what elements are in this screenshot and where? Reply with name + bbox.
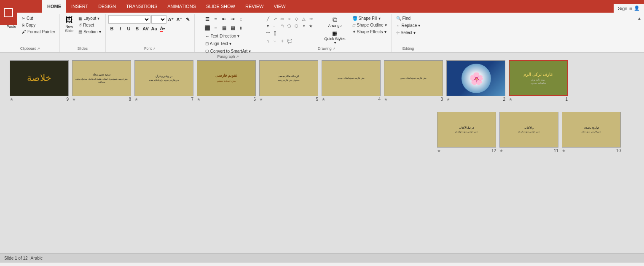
slide-thumb-1[interactable]: عارف ترکی الرم بیت نامه بزم شاهنامه محتو… xyxy=(509,60,568,102)
font-size-select[interactable] xyxy=(151,15,166,24)
shape-tri[interactable]: △ xyxy=(301,15,307,22)
tab-transitions[interactable]: TRANSITIONS xyxy=(121,0,162,13)
slide-thumb-2[interactable]: 🌸 ★ 2 xyxy=(446,60,505,102)
shape-wavy[interactable]: 〜 xyxy=(265,30,271,36)
font-name-select[interactable] xyxy=(108,15,150,24)
clear-format-button[interactable]: ✎ xyxy=(184,16,192,23)
shape-rect[interactable]: ▭ xyxy=(279,15,286,22)
cut-button[interactable]: ✂ Cut xyxy=(20,15,57,21)
ribbon: 📋 Paste ✂ Cut ⎘ Copy 🖌 Format Painter xyxy=(0,13,644,53)
align-center-button[interactable]: ≡ xyxy=(212,24,220,32)
shape-bracket[interactable]: {} xyxy=(272,30,279,36)
slide-thumb-11[interactable]: و الاکتاب متن فارسی نمونه یازدهم ★ 11 xyxy=(499,112,558,153)
shape-wave[interactable]: ⌣ xyxy=(272,38,279,44)
underline-button[interactable]: U xyxy=(125,25,133,32)
tab-slideshow[interactable]: SLIDE SHOW xyxy=(201,0,240,13)
select-icon: ⊹ xyxy=(396,30,400,35)
font-expand-icon[interactable]: ↗ xyxy=(153,47,156,51)
bullets-button[interactable]: ☰ xyxy=(204,15,211,23)
align-right-button[interactable]: ▤ xyxy=(220,24,228,32)
slide-thumb-10[interactable]: تواریخ محمدی متن فارسی نمونه دهم ★ 10 xyxy=(562,112,621,153)
new-slide-button[interactable]: 🖼 NewSlide xyxy=(62,15,76,34)
slide-num-6: 6 xyxy=(253,97,256,102)
font-color-button[interactable]: A ▾ xyxy=(159,25,166,32)
align-left-button[interactable]: ⬛ xyxy=(204,24,211,32)
slide-num-9: 9 xyxy=(66,97,69,102)
slide-star-11: ★ xyxy=(499,148,503,153)
format-painter-icon: 🖌 xyxy=(22,30,26,34)
bold-button[interactable]: B xyxy=(108,25,116,32)
layout-button[interactable]: ▦ Layout ▾ xyxy=(77,15,102,21)
shape-pentagon[interactable]: ⬠ xyxy=(286,22,293,29)
shape-arrow[interactable]: ↗ xyxy=(272,15,279,22)
shape-line[interactable]: ╱ xyxy=(265,15,271,22)
shape-effects-button[interactable]: ✦ Shape Effects ▾ xyxy=(351,29,389,35)
tab-animations[interactable]: ANIMATIONS xyxy=(162,0,201,13)
tab-review[interactable]: REVIEW xyxy=(240,0,268,13)
shape-more[interactable]: ▾ xyxy=(265,22,271,29)
tab-view[interactable]: VIEW xyxy=(268,0,290,13)
font-color-dropdown[interactable]: ▾ xyxy=(163,27,165,31)
shape-arc[interactable]: ∩ xyxy=(265,38,271,44)
strikethrough-button[interactable]: S xyxy=(134,25,141,32)
slide-num-12: 12 xyxy=(491,148,496,153)
decrease-font-button[interactable]: A⁻ xyxy=(176,16,183,23)
numbering-button[interactable]: ≡ xyxy=(212,15,220,23)
drawing-expand-icon[interactable]: ↗ xyxy=(333,47,335,51)
shape-fill-button[interactable]: 🪣 Shape Fill ▾ xyxy=(351,15,389,21)
shape-l[interactable]: ⌐ xyxy=(272,22,279,29)
slide-num-5: 5 xyxy=(316,97,318,102)
shape-outline-button[interactable]: ▱ Shape Outline ▾ xyxy=(351,22,389,28)
shape-bend[interactable]: ↰ xyxy=(279,22,286,29)
slide-thumb-9[interactable]: خلاصة ★ 9 xyxy=(10,60,69,102)
quick-styles-icon: ▦ xyxy=(332,30,338,37)
shape-star4[interactable]: ✦ xyxy=(301,22,307,29)
tab-insert[interactable]: INSERT xyxy=(66,0,93,13)
tab-design[interactable]: DESIGN xyxy=(93,0,121,13)
shape-callout[interactable]: 💬 xyxy=(286,38,293,44)
slide-thumb-5[interactable]: الرساله طالب محمد محتوای متن فارسی پنجم … xyxy=(259,60,318,102)
shape-diamond[interactable]: ◇ xyxy=(293,15,300,22)
reset-button[interactable]: ↺ Reset xyxy=(77,22,102,28)
decrease-indent-button[interactable]: ⇤ xyxy=(220,15,228,23)
columns-button[interactable]: ⫾ xyxy=(237,24,245,32)
clipboard-expand-icon[interactable]: ↗ xyxy=(37,47,40,51)
copy-button[interactable]: ⎘ Copy xyxy=(20,22,57,28)
justify-button[interactable]: ▤ xyxy=(229,24,236,32)
line-spacing-button[interactable]: ↕ xyxy=(237,15,245,23)
shape-star5[interactable]: ★ xyxy=(308,22,314,29)
quick-styles-button[interactable]: ▦ Quick Styles ▾ xyxy=(322,29,348,46)
find-button[interactable]: 🔍 Find xyxy=(394,15,412,21)
char-spacing-button[interactable]: AV xyxy=(142,25,150,32)
shape-oval[interactable]: ○ xyxy=(286,15,293,22)
increase-indent-button[interactable]: ⇥ xyxy=(229,15,236,23)
shape-rtarrow[interactable]: ⇒ xyxy=(308,15,314,22)
slide-thumb-12[interactable]: در نیل الاکتاب متن فارسی نمونه دوازدهم ★… xyxy=(437,112,496,153)
convert-smartart-button[interactable]: ⬡ Convert to SmartArt ▾ xyxy=(204,48,252,54)
slide-thumb-8[interactable]: سدید ضمیر محله‌ متن فارسی نمونه برای اسل… xyxy=(72,60,131,102)
format-painter-button[interactable]: 🖌 Format Painter xyxy=(20,29,57,35)
slide-star-5: ★ xyxy=(259,97,263,102)
shape-outline-icon: ▱ xyxy=(352,23,356,27)
slide-thumb-3[interactable]: متن فارسی نمونه اسلاید سوم ★ 3 xyxy=(384,60,443,102)
italic-button[interactable]: I xyxy=(117,25,124,32)
shape-star3[interactable]: ✧ xyxy=(279,38,286,44)
drawing-label: Drawing ↗ xyxy=(318,46,335,51)
change-case-button[interactable]: Aa xyxy=(150,25,158,32)
increase-font-button[interactable]: A⁺ xyxy=(167,16,175,23)
shape-hex[interactable]: ⬡ xyxy=(293,22,300,29)
text-direction-button[interactable]: ↔ Text Direction ▾ xyxy=(204,33,241,39)
select-button[interactable]: ⊹ Select ▾ xyxy=(394,30,418,36)
collapse-ribbon-button[interactable]: ▲ xyxy=(636,15,642,21)
slide-thumb-6[interactable]: تقویم فارسی متن اسلاید ششم ★ 6 xyxy=(197,60,256,102)
slide-thumb-4[interactable]: متن فارسی نمونه اسلاید چهارم ★ 4 xyxy=(322,60,381,102)
section-button[interactable]: ▤ Section ▾ xyxy=(77,29,102,35)
slide-thumb-7[interactable]: در پیامبر و قرآن متن فارسی نمونه برای اس… xyxy=(134,60,193,102)
replace-button[interactable]: ↔ Replace ▾ xyxy=(394,22,422,29)
tab-home[interactable]: HOME xyxy=(42,0,66,13)
sign-in-button[interactable]: Sign in 👤 xyxy=(614,4,644,13)
section-icon: ▤ xyxy=(78,30,82,34)
paragraph-expand-icon[interactable]: ↗ xyxy=(236,55,239,59)
arrange-button[interactable]: ⧉ Arrange xyxy=(322,15,348,29)
align-text-button[interactable]: ⊡ Align Text ▾ xyxy=(204,40,233,47)
